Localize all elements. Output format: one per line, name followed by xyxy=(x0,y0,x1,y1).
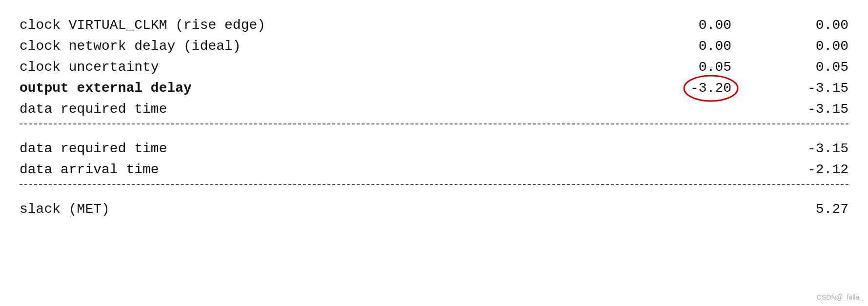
section-gap-1 xyxy=(20,128,848,138)
col2-data-arrival: -2.12 xyxy=(761,162,848,177)
label-data-required-1: data required time xyxy=(20,102,673,117)
row-slack: slack (MET) 5.27 xyxy=(20,199,848,220)
label-data-arrival: data arrival time xyxy=(20,162,673,177)
col1-output-external-value: -3.20 xyxy=(690,81,731,96)
col2-data-required-1: -3.15 xyxy=(761,102,848,117)
circled-value-container: -3.20 xyxy=(690,81,731,96)
col2-clock-uncertainty: 0.05 xyxy=(761,60,848,75)
col1-clock-virtual: 0.00 xyxy=(673,18,761,33)
row-clock-network: clock network delay (ideal) 0.00 0.00 xyxy=(20,36,848,57)
row-clock-virtual: clock VIRTUAL_CLKM (rise edge) 0.00 0.00 xyxy=(20,15,848,36)
row-data-arrival: data arrival time -2.12 xyxy=(20,159,848,180)
divider-1 xyxy=(20,123,848,124)
col2-output-external: -3.15 xyxy=(761,81,848,96)
label-clock-uncertainty: clock uncertainty xyxy=(20,60,673,75)
row-output-external: output external delay -3.20 -3.15 xyxy=(20,78,848,99)
section-gap-2 xyxy=(20,189,848,199)
label-output-external: output external delay xyxy=(20,81,673,96)
divider-line-2 xyxy=(20,184,848,185)
watermark: CSDN@_falla_ xyxy=(817,293,863,301)
timing-table: clock VIRTUAL_CLKM (rise edge) 0.00 0.00… xyxy=(20,15,848,220)
col2-slack: 5.27 xyxy=(761,202,848,217)
col2-clock-virtual: 0.00 xyxy=(761,18,848,33)
label-clock-network: clock network delay (ideal) xyxy=(20,39,673,54)
col1-output-external: -3.20 xyxy=(673,81,761,96)
row-clock-uncertainty: clock uncertainty 0.05 0.05 xyxy=(20,57,848,78)
row-data-required-1: data required time -3.15 xyxy=(20,99,848,120)
label-clock-virtual: clock VIRTUAL_CLKM (rise edge) xyxy=(20,18,673,33)
col1-clock-network: 0.00 xyxy=(673,39,761,54)
label-data-required-2: data required time xyxy=(20,141,673,156)
row-data-required-2: data required time -3.15 xyxy=(20,138,848,159)
col2-clock-network: 0.00 xyxy=(761,39,848,54)
divider-2 xyxy=(20,184,848,185)
divider-line-1 xyxy=(20,123,848,124)
col2-data-required-2: -3.15 xyxy=(761,141,848,156)
label-slack: slack (MET) xyxy=(20,202,673,217)
col1-clock-uncertainty: 0.05 xyxy=(673,60,761,75)
